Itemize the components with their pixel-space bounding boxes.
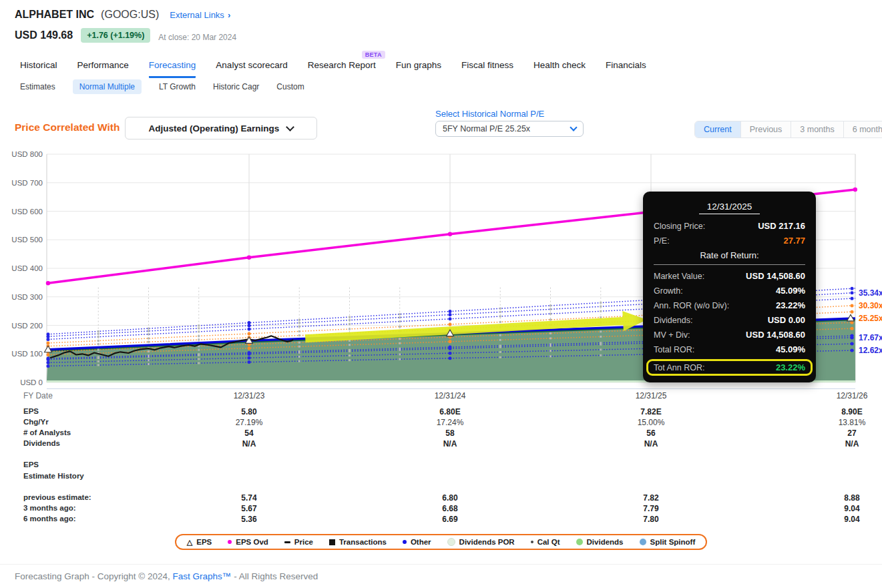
subtab-estimates[interactable]: Estimates [20,79,55,94]
table-cell: 9.04 [805,504,882,513]
subtab-custom[interactable]: Custom [276,79,304,94]
y-tick-label: USD 200 [11,322,43,330]
table-row-label-chg-yr: Chg/Yr [23,418,49,426]
table-row-label-3-months-ago: 3 months ago: [23,504,76,512]
table-cell: 8.90E [805,407,882,416]
tooltip-row-label: Market Value: [654,272,704,281]
tab-analyst-scorecard[interactable]: Analyst scorecard [216,60,287,78]
tooltip-row-label: MV + Div: [654,330,690,340]
table-cell: 54 [202,428,296,438]
legend-item-label: Other [411,538,431,546]
correlated-metric-value: Adjusted (Operating) Earnings [149,123,280,133]
fast-graphs-link[interactable]: Fast Graphs™ [173,571,232,581]
legend-item-other: Other [403,538,431,546]
main-tabs: HistoricalPerformanceForecastingAnalyst … [20,60,646,78]
tab-research-report[interactable]: Research ReportBETA [308,60,376,78]
period-button-current[interactable]: Current [695,121,740,137]
pe-multiple-label: 25.25x [859,314,882,323]
tooltip-row-market-value: Market Value:USD 14,508.60 [654,271,805,281]
tooltip-row-total-ror: Total ROR:45.09% [654,344,805,354]
price-row: USD 149.68 +1.76 (+1.19%) At close: 20 M… [15,28,236,43]
table-cell: 12/31/24 [403,391,497,400]
tooltip-row-value: 45.09% [776,286,805,296]
subtab-lt-growth[interactable]: LT Growth [159,79,196,94]
y-tick-label: USD 800 [11,150,43,158]
chevron-down-icon [286,123,295,131]
tooltip-top-rows: Closing Price:USD 217.16P/E:27.77 [654,221,805,246]
y-tick-label: USD 400 [11,264,43,272]
table-row-label-of-analysts: # of Analysts [23,428,71,436]
tooltip-row-value: 23.22% [776,362,805,372]
legend-wrap: △EPSEPS OvdPriceTransactionsOtherDividen… [0,534,882,550]
tooltip-divider [654,264,805,265]
period-button-3-months[interactable]: 3 months [791,121,843,137]
pe-multiple-label: 17.67x [859,333,882,342]
estimate-history-title-2: Estimate History [23,472,84,480]
tooltip-row-value: 45.09% [776,344,805,354]
subtab-normal-multiple[interactable]: Normal Multiple [73,79,142,94]
y-tick-label: USD 600 [11,208,43,216]
table-cell: 12/31/23 [202,391,296,400]
table-cell: 12/31/26 [805,391,882,400]
tab-fun-graphs[interactable]: Fun graphs [396,60,441,78]
table-cell: 6.80E [403,407,497,416]
tooltip-row-ann-ror-w-o-div: Ann. ROR (w/o Div):23.22% [654,300,805,310]
tab-health-check[interactable]: Health check [533,60,586,78]
table-cell: N/A [403,439,497,449]
split-spinoff-marker-icon [640,539,646,545]
header: ALPHABET INC (GOOG:US) External Links › [15,9,230,21]
footer: Forecasting Graph - Copyright © 2024, Fa… [0,564,882,588]
table-cell: N/A [202,439,296,449]
subtab-historic-cagr[interactable]: Historic Cagr [213,79,259,94]
pe-multiple-label: 35.34x [859,288,882,298]
y-tick-label: USD 700 [11,179,43,187]
tooltip-row-p-e: P/E:27.77 [654,236,805,246]
tab-fiscal-fitness[interactable]: Fiscal fitness [461,60,513,78]
legend-item-cal-qt: Cal Qt [531,538,560,546]
external-links-link[interactable]: External Links › [170,10,230,20]
table-row-label-dividends: Dividends [23,439,60,447]
legend-item-label: EPS [196,538,212,546]
table-row-label-6-months-ago: 6 months ago: [23,515,76,523]
tooltip-rows: Market Value:USD 14,508.60Growth:45.09%A… [654,271,805,376]
tooltip-row-label: Dividends: [654,316,692,325]
price-correlated-label: Price Correlated With [15,121,120,133]
table-cell: 6.69 [403,515,497,524]
normal-pe-select[interactable]: 5FY Normal P/E 25.25x [435,121,584,137]
table-cell: 27.19% [202,418,296,427]
legend-item-label: Split Spinoff [650,538,696,546]
table-cell: 6.68 [403,504,497,513]
tooltip-row-mv-div: MV + Div:USD 14,508.60 [654,330,805,340]
period-segmented-control: CurrentPrevious3 months6 months [694,121,882,138]
correlated-metric-dropdown[interactable]: Adjusted (Operating) Earnings [125,117,317,139]
tooltip-row-label: Growth: [654,286,683,296]
legend-item-label: Price [294,538,313,546]
tooltip-row-value: 23.22% [776,300,805,310]
chart-tooltip: 12/31/2025 Closing Price:USD 217.16P/E:2… [643,192,816,382]
tab-performance[interactable]: Performance [77,60,129,78]
tab-financials[interactable]: Financials [606,60,646,78]
period-button-6-months[interactable]: 6 months [843,121,882,137]
tooltip-row-value: USD 0.00 [768,315,805,325]
fastgraphs-forecasting-page: ALPHABET INC (GOOG:US) External Links › … [0,0,882,588]
tab-forecasting[interactable]: Forecasting [149,60,196,78]
tooltip-row-dividends: Dividends:USD 0.00 [654,315,805,325]
period-button-previous[interactable]: Previous [740,121,791,137]
pe-multiple-label: 12.62x [859,346,882,355]
tooltip-row-label: Total ROR: [654,345,694,354]
legend-item-eps-ovd: EPS Ovd [228,538,268,546]
y-tick-label: USD 0 [20,378,43,386]
tooltip-row-value: 27.77 [783,236,805,246]
footer-suffix: - All Rights Reserved [234,571,318,581]
normal-pe-label: Select Historical Normal P/E [435,109,544,119]
tab-historical[interactable]: Historical [20,60,57,78]
tooltip-row-value: USD 14,508.60 [746,330,805,340]
dividends-por-marker-icon [447,538,455,546]
legend-item-label: Transactions [339,538,387,546]
eps-marker-icon: △ [187,539,192,546]
table-cell: 12/31/25 [604,391,698,400]
table-cell: 56 [604,428,698,438]
table-cell: 58 [403,428,497,438]
legend-item-label: Dividends POR [459,538,515,546]
table-cell: N/A [805,439,882,449]
